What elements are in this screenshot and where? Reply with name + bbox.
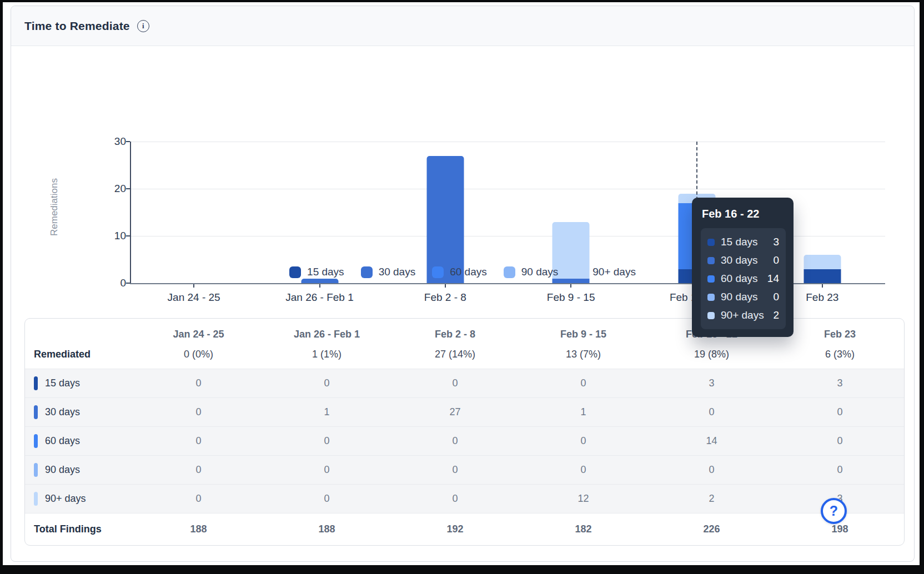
series-color-pill — [34, 376, 38, 390]
legend-item-15-days[interactable]: 15 days — [289, 266, 344, 278]
y-tick-label: 10 — [98, 230, 126, 242]
x-tick-label: Jan 24 - 25 — [168, 291, 220, 304]
tooltip-swatch-icon — [707, 294, 715, 301]
series-value: 3 — [776, 377, 904, 389]
total-findings-value: 188 — [263, 523, 391, 535]
bar-jan-26-feb-1[interactable] — [301, 279, 338, 284]
series-value: 0 — [391, 493, 519, 505]
total-findings-value: 226 — [647, 523, 776, 535]
bar-feb-2-8[interactable] — [426, 156, 464, 284]
x-tick-mark — [445, 284, 446, 288]
row-label: 90 days — [45, 464, 80, 476]
series-value: 0 — [263, 464, 391, 476]
series-value: 0 — [134, 464, 263, 476]
x-tick-mark — [570, 284, 571, 288]
table-column-header: Feb 23 — [776, 329, 904, 340]
tooltip-row-60-days: 60 days14 — [707, 273, 779, 285]
total-findings-value: 198 — [776, 523, 904, 535]
x-tick-mark — [193, 284, 194, 288]
table-row-30-days: 30 days0127100 — [25, 397, 904, 426]
tooltip-swatch-icon — [707, 239, 715, 246]
total-findings-value: 188 — [134, 523, 263, 535]
remediated-value: 19 (8%) — [647, 349, 776, 360]
series-value: 3 — [647, 377, 776, 389]
row-label-cell: Remediated — [25, 349, 134, 360]
row-label: 90+ days — [45, 493, 86, 505]
chart-tooltip: Feb 16 - 22 15 days330 days060 days1490 … — [692, 198, 794, 337]
legend-swatch-icon — [289, 266, 301, 278]
table-column-header: Feb 9 - 15 — [519, 329, 647, 340]
x-tick-label: Feb 2 - 8 — [424, 291, 466, 304]
table-column-header: Jan 26 - Feb 1 — [263, 329, 391, 340]
x-tick-label: Feb 23 — [806, 291, 838, 304]
y-axis-line — [130, 142, 131, 283]
tooltip-swatch-icon — [707, 275, 715, 283]
series-value: 0 — [519, 435, 647, 447]
legend-swatch-icon — [361, 266, 373, 278]
series-value: 14 — [647, 435, 776, 447]
table-column-header: Jan 24 - 25 — [134, 329, 263, 340]
series-value: 0 — [134, 377, 263, 389]
bar-segment-30-days[interactable] — [426, 156, 464, 284]
legend-item-60-days[interactable]: 60 days — [432, 266, 487, 278]
page: Time to Remediate i Remediations 0102030… — [3, 2, 920, 565]
series-value: 0 — [263, 377, 391, 389]
tooltip-title: Feb 16 - 22 — [701, 208, 786, 220]
table-row-90-days: 90 days000000 — [25, 455, 904, 484]
series-value: 12 — [519, 493, 647, 505]
legend-label: 90 days — [521, 266, 559, 278]
series-value: 27 — [391, 406, 519, 418]
legend-label: 15 days — [307, 266, 344, 278]
tooltip-row-15-days: 15 days3 — [707, 236, 779, 248]
y-tick-mark — [126, 141, 130, 142]
table-row-60-days: 60 days0000140 — [25, 426, 904, 455]
row-label: Total Findings — [34, 523, 102, 535]
series-value: 0 — [391, 435, 519, 447]
x-tick-mark — [822, 284, 823, 288]
tooltip-row-label: 90+ days — [721, 309, 767, 321]
legend-item-90+-days[interactable]: 90+ days — [575, 266, 636, 278]
series-value: 0 — [263, 493, 391, 505]
x-tick-label: Jan 26 - Feb 1 — [285, 291, 354, 304]
remediation-table: Jan 24 - 25Jan 26 - Feb 1Feb 2 - 8Feb 9 … — [24, 318, 905, 546]
remediated-value: 1 (1%) — [263, 349, 391, 360]
row-label-cell: Total Findings — [25, 523, 134, 535]
y-tick-mark — [126, 283, 130, 284]
tooltip-swatch-icon — [707, 312, 715, 319]
tooltip-row-label: 30 days — [721, 254, 767, 266]
row-label: 60 days — [45, 435, 80, 447]
legend-swatch-icon — [432, 266, 444, 278]
y-tick-label: 30 — [98, 135, 126, 148]
series-color-pill — [34, 405, 38, 419]
series-value: 2 — [647, 493, 776, 505]
series-value: 0 — [519, 377, 647, 389]
help-button[interactable]: ? — [821, 498, 847, 524]
series-value: 0 — [776, 406, 904, 418]
series-value: 0 — [776, 464, 904, 476]
series-color-pill — [34, 434, 38, 448]
info-icon[interactable]: i — [137, 20, 149, 32]
series-value: 0 — [647, 406, 776, 418]
row-label-cell: 90 days — [25, 463, 134, 477]
series-value: 0 — [263, 435, 391, 447]
legend-swatch-icon — [575, 266, 586, 278]
tooltip-swatch-icon — [707, 257, 715, 264]
series-value: 1 — [263, 406, 391, 418]
legend-label: 30 days — [379, 266, 416, 278]
series-value: 0 — [134, 493, 263, 505]
row-label-cell: 15 days — [25, 376, 134, 390]
tooltip-row-label: 90 days — [721, 291, 767, 303]
gridline-30 — [131, 142, 885, 142]
legend-item-30-days[interactable]: 30 days — [361, 266, 416, 278]
time-to-remediate-card: Time to Remediate i Remediations 0102030… — [11, 6, 915, 562]
table-row-90+-days: 90+ days0001223 — [25, 484, 904, 513]
remediated-value: 13 (7%) — [519, 349, 647, 360]
bar-segment-30-days[interactable] — [553, 279, 590, 284]
tooltip-row-label: 60 days — [721, 273, 761, 285]
bar-segment-30-days[interactable] — [301, 279, 338, 284]
row-label-cell: 30 days — [25, 405, 134, 419]
series-value: 0 — [134, 435, 263, 447]
card-header: Time to Remediate i — [11, 6, 914, 46]
legend-item-90-days[interactable]: 90 days — [504, 266, 559, 278]
tooltip-row-label: 15 days — [721, 236, 767, 248]
